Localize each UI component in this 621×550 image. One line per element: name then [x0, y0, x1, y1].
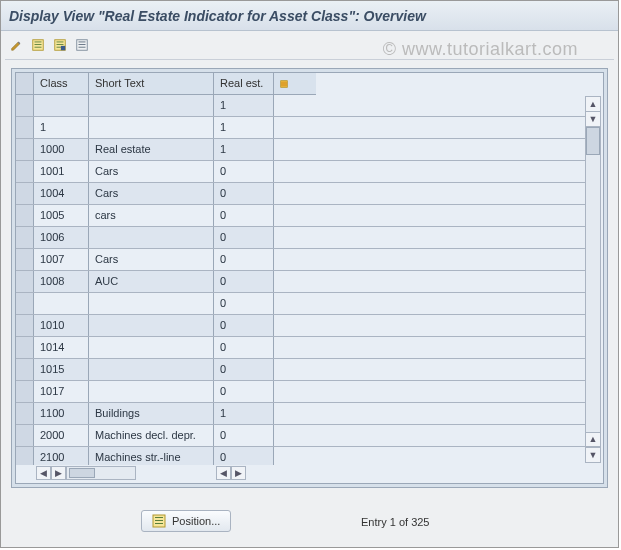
vscroll-track[interactable] [586, 127, 600, 432]
cell-class: 1007 [34, 249, 89, 270]
hscroll-right-button[interactable]: ▶ [231, 466, 246, 480]
svg-rect-6 [57, 44, 64, 45]
cell-class: 1008 [34, 271, 89, 292]
table-row[interactable]: 1004Cars0 [16, 183, 585, 205]
table-row[interactable]: 1 [16, 95, 585, 117]
vscroll-thumb[interactable] [586, 127, 600, 155]
table-row[interactable]: 2000Machines decl. depr.0 [16, 425, 585, 447]
cell-real-est: 0 [214, 425, 274, 446]
row-selector[interactable] [16, 183, 34, 204]
row-selector[interactable] [16, 249, 34, 270]
table-row[interactable]: 1008AUC0 [16, 271, 585, 293]
hscroll-right-step-button[interactable]: ▶ [51, 466, 66, 480]
hscroll-track[interactable] [66, 466, 136, 480]
table-row[interactable]: 1007Cars0 [16, 249, 585, 271]
row-header-corner [16, 73, 34, 94]
position-button-label: Position... [172, 515, 220, 527]
cell-class: 1000 [34, 139, 89, 160]
table-row[interactable]: 2100Machines str.-line0 [16, 447, 585, 465]
title-bar: Display View "Real Estate Indicator for … [1, 1, 618, 31]
cell-real-est: 1 [214, 117, 274, 138]
table-row[interactable]: 1005cars0 [16, 205, 585, 227]
horizontal-scrollbar: ◀ ▶ ◀ ▶ [18, 465, 583, 481]
svg-rect-16 [285, 81, 286, 86]
cell-real-est: 0 [214, 359, 274, 380]
vertical-scrollbar[interactable]: ▲ ▼ ▲ ▼ [585, 96, 601, 463]
row-selector[interactable] [16, 293, 34, 314]
svg-rect-20 [155, 523, 163, 524]
position-icon [152, 514, 166, 528]
cell-real-est: 0 [214, 227, 274, 248]
svg-rect-18 [155, 517, 163, 518]
row-selector[interactable] [16, 95, 34, 116]
column-header-class[interactable]: Class [34, 73, 89, 94]
svg-rect-1 [35, 42, 42, 43]
row-selector[interactable] [16, 161, 34, 182]
cell-real-est: 0 [214, 381, 274, 402]
cell-real-est: 0 [214, 447, 274, 465]
cell-real-est: 0 [214, 293, 274, 314]
svg-rect-19 [155, 520, 163, 521]
hscroll-left-page-button[interactable]: ◀ [216, 466, 231, 480]
row-selector[interactable] [16, 227, 34, 248]
svg-rect-8 [61, 46, 65, 50]
column-header-real-est[interactable]: Real est. [214, 73, 274, 94]
cell-short-text: AUC [89, 271, 214, 292]
hscroll-left-button[interactable]: ◀ [36, 466, 51, 480]
cell-class: 2100 [34, 447, 89, 465]
cell-short-text [89, 381, 214, 402]
row-selector[interactable] [16, 447, 34, 465]
row-selector[interactable] [16, 425, 34, 446]
table-row[interactable]: 10170 [16, 381, 585, 403]
row-selector[interactable] [16, 403, 34, 424]
hscroll-thumb[interactable] [69, 468, 95, 478]
row-selector[interactable] [16, 117, 34, 138]
other-entry-button[interactable] [29, 36, 47, 54]
table-row[interactable]: 1000Real estate1 [16, 139, 585, 161]
row-selector[interactable] [16, 381, 34, 402]
cell-real-est: 0 [214, 205, 274, 226]
cell-short-text: Cars [89, 161, 214, 182]
svg-rect-10 [79, 42, 86, 43]
cell-class: 1 [34, 117, 89, 138]
scroll-down-step-button[interactable]: ▼ [586, 112, 600, 127]
scroll-down-button[interactable]: ▼ [586, 447, 600, 462]
row-selector[interactable] [16, 271, 34, 292]
cell-class: 1014 [34, 337, 89, 358]
sap-window: Display View "Real Estate Indicator for … [0, 0, 619, 548]
cell-short-text [89, 95, 214, 116]
table-row[interactable]: 10100 [16, 315, 585, 337]
table-row[interactable]: 10150 [16, 359, 585, 381]
row-selector[interactable] [16, 337, 34, 358]
cell-class: 1001 [34, 161, 89, 182]
row-selector[interactable] [16, 315, 34, 336]
table-container: Class Short Text Real est. 1111000Real e… [11, 68, 608, 488]
table-row[interactable]: 10140 [16, 337, 585, 359]
scroll-up-button[interactable]: ▲ [586, 97, 600, 112]
grid-body: 1111000Real estate11001Cars01004Cars0100… [16, 95, 585, 465]
cell-short-text: cars [89, 205, 214, 226]
table-row[interactable]: 10060 [16, 227, 585, 249]
table-row[interactable]: 11 [16, 117, 585, 139]
svg-rect-7 [57, 47, 61, 48]
scroll-up-page-button[interactable]: ▲ [586, 432, 600, 447]
row-selector[interactable] [16, 359, 34, 380]
column-header-short-text[interactable]: Short Text [89, 73, 214, 94]
table-row[interactable]: 1001Cars0 [16, 161, 585, 183]
cell-real-est: 0 [214, 315, 274, 336]
cell-short-text: Machines str.-line [89, 447, 214, 465]
print-button[interactable] [51, 36, 69, 54]
table-settings-button[interactable] [274, 73, 294, 94]
table-row[interactable]: 1100Buildings1 [16, 403, 585, 425]
grid-header: Class Short Text Real est. [16, 73, 316, 95]
table-row[interactable]: 0 [16, 293, 585, 315]
position-button[interactable]: Position... [141, 510, 231, 532]
data-grid: Class Short Text Real est. [16, 73, 316, 95]
table-inner: Class Short Text Real est. 1111000Real e… [15, 72, 604, 484]
row-selector[interactable] [16, 205, 34, 226]
row-selector[interactable] [16, 139, 34, 160]
svg-rect-14 [281, 81, 282, 86]
cell-class: 1006 [34, 227, 89, 248]
toggle-display-change-button[interactable] [7, 36, 25, 54]
expand-button[interactable] [73, 36, 91, 54]
